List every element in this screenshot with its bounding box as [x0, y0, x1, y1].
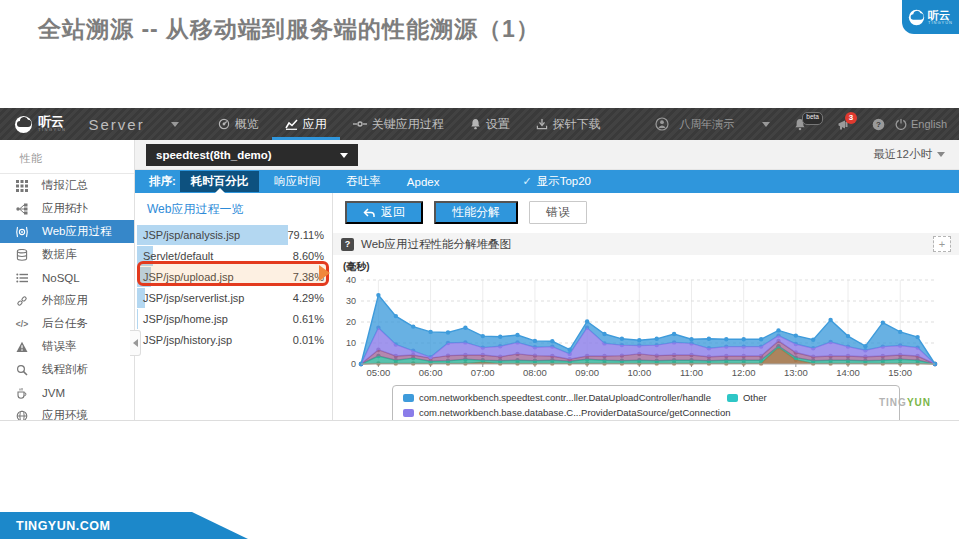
table-row[interactable]: JSP/jsp/history.jsp0.01% [137, 330, 328, 350]
nav-item-key-transactions[interactable]: 关键应用过程 [340, 108, 457, 140]
top-navbar: 听云 TINGYUN Server 概览 应用 关键应用过程 设置 [0, 108, 959, 140]
sidebar-item-jvm[interactable]: JVM [0, 381, 134, 404]
sidebar-item-external[interactable]: 外部应用 [0, 289, 134, 312]
tab-performance-breakdown[interactable]: 性能分解 [434, 201, 518, 224]
svg-text:07:00: 07:00 [471, 367, 495, 378]
nav-item-settings[interactable]: 设置 [457, 108, 523, 140]
sidebar-item-summary[interactable]: 情报汇总 [0, 174, 134, 197]
sort-option-time-percent[interactable]: 耗时百分比 [180, 171, 260, 192]
notifications-bell[interactable]: beta [794, 118, 827, 131]
sidebar-item-environment[interactable]: 应用环境 [0, 404, 134, 421]
svg-text:11:00: 11:00 [680, 367, 703, 378]
sidebar-item-label: 错误率 [42, 339, 77, 354]
check-icon: ✓ [522, 175, 531, 188]
sidebar-item-background-tasks[interactable]: </> 后台任务 [0, 312, 134, 335]
table-row[interactable]: JSP/jsp/upload.jsp7.38% [137, 267, 328, 287]
nav-item-agent-download[interactable]: 探针下载 [523, 108, 614, 140]
sort-option-throughput[interactable]: 吞吐率 [335, 171, 392, 192]
nav-item-applications[interactable]: 应用 [272, 108, 340, 140]
nav-item-label: 应用 [303, 116, 327, 133]
process-name: JSP/jsp/history.jsp [143, 334, 232, 346]
sidebar-item-label: JVM [42, 387, 65, 399]
legend-swatch [403, 394, 414, 402]
sidebar-item-nosql[interactable]: NoSQL [0, 266, 134, 289]
legend-item[interactable]: com.networkbench.base.database.C...Provi… [403, 407, 731, 418]
watermark-yun: YUN [907, 397, 931, 408]
tab-errors[interactable]: 错误 [529, 201, 587, 224]
time-range-selector[interactable]: 最近12小时 [873, 147, 945, 162]
logout-language[interactable]: English [895, 118, 947, 130]
legend-row: com.networkbench.speedtest.contr...ller.… [403, 389, 889, 404]
detail-toolbar: 返回 性能分解 错误 [333, 193, 959, 230]
product-name: Server [89, 116, 145, 133]
footer-ribbon: TINGYUN.COM [0, 512, 248, 539]
expand-button[interactable]: + [933, 236, 951, 252]
sidebar-item-thread-profiling[interactable]: 线程剖析 [0, 358, 134, 381]
process-name: JSP/jsp/upload.jsp [143, 271, 234, 283]
nav-user-area: 八周年演示 beta 3 ? English [655, 117, 947, 132]
legend-item[interactable]: Other [727, 392, 767, 403]
sidebar-item-database[interactable]: 数据库 [0, 243, 134, 266]
table-row[interactable]: JSP/jsp/serverlist.jsp4.29% [137, 288, 328, 308]
alerts-button[interactable]: 3 [837, 118, 862, 131]
sidebar-item-label: 线程剖析 [42, 362, 88, 377]
sort-bar: 排序: 耗时百分比 响应时间 吞吐率 Apdex ✓ 显示Top20 [135, 170, 959, 193]
process-percent: 0.61% [293, 313, 324, 325]
warning-icon [15, 341, 29, 353]
process-percent: 8.60% [293, 250, 324, 262]
sort-label: 排序: [149, 174, 176, 189]
coffee-cup-icon [15, 387, 29, 399]
help-icon[interactable]: ? [872, 118, 885, 131]
process-list-panel: Web应用过程一览 JSP/jsp/analysis.jsp79.11% Ser… [135, 193, 333, 420]
svg-text:09:00: 09:00 [575, 367, 599, 378]
line-chart-icon [285, 118, 298, 130]
chevron-down-icon [937, 152, 945, 157]
nav-brand-name: 听云 [38, 116, 67, 127]
help-icon[interactable]: ? [341, 238, 354, 251]
table-row[interactable]: JSP/jsp/home.jsp0.61% [137, 309, 328, 329]
chart-legend: com.networkbench.speedtest.contr...ller.… [392, 385, 900, 421]
nav-logo[interactable]: 听云 TINGYUN [14, 115, 67, 134]
table-row[interactable]: Servlet/default8.60% [137, 246, 328, 266]
nav-menu: 概览 应用 关键应用过程 设置 探针下载 [205, 108, 614, 140]
product-chevron-down-icon[interactable] [171, 122, 179, 127]
svg-text:08:00: 08:00 [523, 367, 547, 378]
svg-text:06:00: 06:00 [419, 367, 443, 378]
legend-row: Java/com.networkbench.speedtest....dData… [403, 419, 889, 421]
sidebar-item-error-rate[interactable]: 错误率 [0, 335, 134, 358]
legend-swatch [403, 409, 414, 417]
slide-title: 全站溯源 -- 从移动端到服务端的性能溯源（1） [38, 14, 540, 45]
key-transaction-icon [353, 118, 367, 130]
user-name[interactable]: 八周年演示 [679, 117, 734, 132]
table-row[interactable]: JSP/jsp/analysis.jsp79.11% [137, 225, 328, 245]
legend-row: com.networkbench.base.database.C...Provi… [403, 404, 889, 419]
svg-text:?: ? [876, 120, 881, 129]
sort-option-response-time[interactable]: 响应时间 [263, 171, 331, 192]
cloud-logo-icon [908, 9, 925, 26]
svg-text:10: 10 [346, 338, 356, 348]
sidebar-item-topology[interactable]: 应用拓扑 [0, 197, 134, 220]
sort-option-apdex[interactable]: Apdex [396, 173, 451, 191]
tab-label: 性能分解 [452, 204, 500, 221]
time-range-value: 最近12小时 [873, 147, 932, 162]
y-axis-unit: (毫秒) [343, 260, 959, 274]
nav-item-label: 探针下载 [553, 116, 601, 133]
stacked-area-chart[interactable]: 05:0006:0007:0008:0009:0010:0011:0012:00… [335, 274, 959, 384]
main-area: speedtest(8th_demo) 最近12小时 排序: 耗时百分比 响应时… [135, 140, 959, 420]
back-button[interactable]: 返回 [345, 201, 423, 224]
show-top20-toggle[interactable]: ✓ 显示Top20 [522, 174, 591, 189]
gauge-icon [218, 118, 230, 130]
back-arrow-icon [363, 208, 375, 218]
sidebar-item-label: Web应用过程 [42, 224, 111, 239]
user-chevron-down-icon[interactable] [762, 122, 770, 127]
brand-name: 听云 [928, 10, 953, 20]
web-process-icon [15, 226, 29, 238]
legend-item[interactable]: com.networkbench.speedtest.contr...ller.… [403, 392, 711, 403]
power-icon [895, 118, 907, 130]
nav-item-overview[interactable]: 概览 [205, 108, 272, 140]
footer-url: TINGYUN.COM [16, 519, 110, 533]
application-selector[interactable]: speedtest(8th_demo) [146, 144, 358, 166]
process-name: JSP/jsp/analysis.jsp [143, 229, 240, 241]
process-percent: 0.01% [293, 334, 324, 346]
sidebar-item-web-processes[interactable]: Web应用过程 [0, 220, 134, 243]
